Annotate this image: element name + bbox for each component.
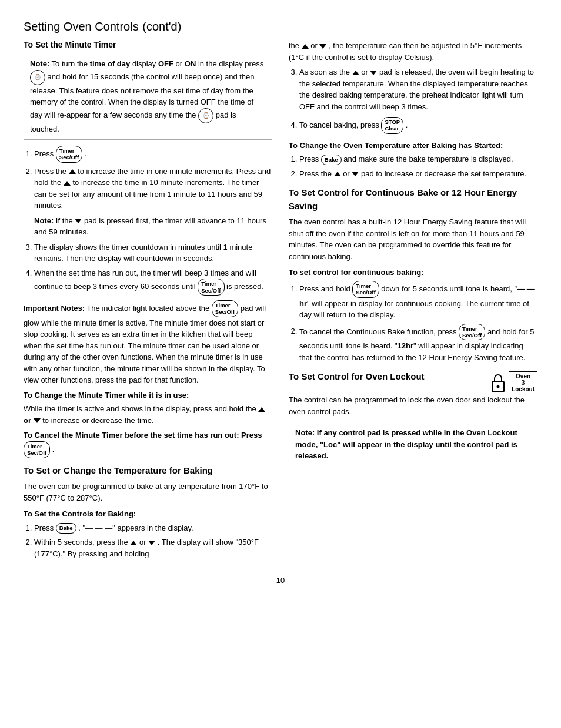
lockout-label: Oven 3 Lockout xyxy=(509,371,537,394)
arrow-down-icon-5 xyxy=(370,71,377,75)
bake-button-2[interactable]: Bake xyxy=(321,155,342,165)
timer-button-5[interactable]: TimerSec/Off xyxy=(352,281,379,298)
right-bake-step-4: To cancel baking, press STOPClear . xyxy=(299,117,537,134)
continuous-heading: To Set Control for Continuous Bake or 12… xyxy=(289,186,537,213)
arrow-up-icon-6 xyxy=(352,71,359,75)
arrow-down-icon-1 xyxy=(75,219,82,223)
arrow-up-icon-4 xyxy=(130,541,137,545)
clock-button[interactable]: ⌚ xyxy=(30,70,45,85)
arrow-down-icon-6 xyxy=(352,172,359,176)
change-baking-heading: To Change the Oven Temperature after Bak… xyxy=(289,140,537,152)
cancel-timer-heading: To Cancel the Minute Timer before the se… xyxy=(24,430,272,458)
right-column: the or , the temperature can then be adj… xyxy=(289,40,537,564)
continuous-sub: To set control for continuous baking: xyxy=(289,267,537,279)
change-timer-text: While the timer is active and shows in t… xyxy=(24,403,272,426)
clock-button-2[interactable]: ⌚ xyxy=(198,108,213,123)
page-title: Setting Oven Controls (cont'd) xyxy=(24,18,181,33)
right-intro-text: the or , the temperature can then be adj… xyxy=(289,40,537,63)
minute-timer-heading: To Set the Minute Timer xyxy=(24,40,272,49)
bake-step-1: Press Bake . "— — —" appears in the disp… xyxy=(34,522,272,534)
svg-point-1 xyxy=(497,385,500,388)
page-number: 10 xyxy=(24,576,537,585)
continuous-desc: The oven control has a built-in 12 Hour … xyxy=(289,216,537,262)
arrow-up-icon-1 xyxy=(69,169,76,174)
right-bake-steps: As soon as the or pad is released, the o… xyxy=(299,66,537,134)
lockout-heading: To Set Control for Oven Lockout xyxy=(289,370,485,384)
bake-step-2: Within 5 seconds, press the or . The dis… xyxy=(34,536,272,559)
lockout-icon-group: Oven 3 Lockout xyxy=(490,371,537,394)
note-box: Note: To turn the time of day display OF… xyxy=(24,53,272,140)
timer-button-6[interactable]: TimerSec/Off xyxy=(459,324,485,341)
timer-button-3[interactable]: TimerSec/Off xyxy=(212,300,238,317)
arrow-up-icon-7 xyxy=(334,172,341,176)
timer-button-4[interactable]: TimerSec/Off xyxy=(24,441,50,458)
continuous-steps: Press and hold TimerSec/Off down for 5 s… xyxy=(299,281,537,364)
lockout-desc: The control can be programmed to lock th… xyxy=(289,394,537,417)
lockout-header-group: To Set Control for Oven Lockout Oven 3 L… xyxy=(289,370,537,394)
page-container: Setting Oven Controls (cont'd) To Set th… xyxy=(24,18,537,585)
important-notes: Important Notes: The indicator light loc… xyxy=(24,300,272,386)
step-4: When the set time has run out, the timer… xyxy=(34,267,272,296)
bake-button-1[interactable]: Bake xyxy=(56,523,76,533)
step-3: The display shows the timer countdown in… xyxy=(34,241,272,264)
arrow-down-icon-2 xyxy=(34,418,41,423)
arrow-down-icon-3 xyxy=(148,541,155,545)
left-column: To Set the Minute Timer Note: To turn th… xyxy=(24,40,272,564)
baking-desc: The oven can be programmed to bake at an… xyxy=(24,481,272,504)
lock-icon xyxy=(490,372,506,394)
right-bake-step-3: As soon as the or pad is released, the o… xyxy=(299,66,537,112)
change-timer-heading: To Change the Minute Timer while it is i… xyxy=(24,390,272,401)
change-bake-step-2: Press the or pad to increase or decrease… xyxy=(299,168,537,180)
baking-heading: To Set or Change the Temperature for Bak… xyxy=(24,464,272,478)
change-bake-step-1: Press Bake and make sure the bake temper… xyxy=(299,153,537,165)
timer-button-2[interactable]: TimerSec/Off xyxy=(198,279,224,296)
arrow-up-icon-3 xyxy=(258,407,265,412)
step-1: Press TimerSec/Off . xyxy=(34,146,272,163)
cont-step-1: Press and hold TimerSec/Off down for 5 s… xyxy=(299,281,537,321)
stop-button[interactable]: STOPClear xyxy=(381,117,403,134)
baking-controls-heading: To Set the Controls for Baking: xyxy=(24,508,272,520)
arrow-up-icon-2 xyxy=(64,181,71,186)
continuous-bake-section: To Set Control for Continuous Bake or 12… xyxy=(289,186,537,363)
change-baking-steps: Press Bake and make sure the bake temper… xyxy=(299,153,537,179)
baking-steps: Press Bake . "— — —" appears in the disp… xyxy=(34,522,272,560)
lockout-note: Note: If any control pad is pressed whil… xyxy=(289,422,537,467)
timer-button-1[interactable]: TimerSec/Off xyxy=(56,146,82,163)
oven-lockout-section: To Set Control for Oven Lockout Oven 3 L… xyxy=(289,370,537,467)
arrow-down-icon-4 xyxy=(319,44,326,49)
arrow-up-icon-5 xyxy=(302,44,309,49)
minute-timer-steps: Press TimerSec/Off . Press the to increa… xyxy=(34,146,272,296)
step-2: Press the to increase the time in one mi… xyxy=(34,166,272,238)
cont-step-2: To cancel the Continuous Bake function, … xyxy=(299,324,537,364)
